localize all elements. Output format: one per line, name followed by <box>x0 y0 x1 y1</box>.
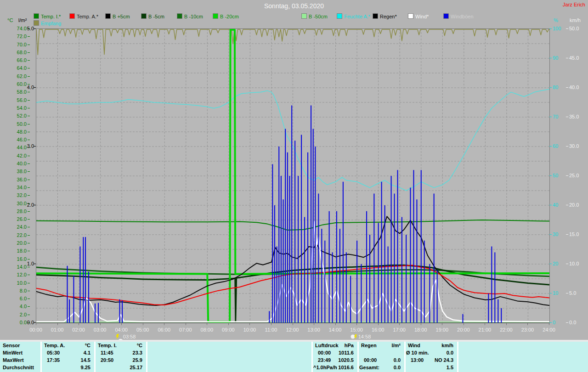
temp-axis-label: 4.0 <box>11 304 27 309</box>
table-row-label: Sensor <box>3 343 20 348</box>
temp-axis-label: 40.0 <box>11 161 27 166</box>
time-label: 22:00 <box>496 327 516 333</box>
table-cell-value: 1016.6 <box>311 365 354 370</box>
time-label: 14:00 <box>325 327 345 333</box>
time-label: 11:00 <box>261 327 281 333</box>
legend-item-label: Empfang <box>41 21 61 26</box>
chart-canvas <box>36 29 549 323</box>
time-tick <box>399 323 400 325</box>
wind-axis-label: 15.0 <box>569 232 583 237</box>
page-title: Sonntag, 03.05.2020 <box>0 2 588 10</box>
time-label: 13:00 <box>304 327 324 333</box>
rain-axis-label: 2.0 <box>20 203 34 208</box>
plot-area <box>36 28 550 323</box>
legend-item-label: B -5cm <box>148 14 164 19</box>
rain-axis-tick <box>34 87 36 88</box>
time-tick <box>228 323 229 325</box>
table-cell-value: 14.5 <box>40 357 90 363</box>
time-tick <box>100 323 101 325</box>
table-cell-value: 1020.5 <box>311 357 354 363</box>
temp-axis-label: 54.0 <box>11 106 27 111</box>
temp-axis-label: 2.0 <box>11 312 27 317</box>
table-section-unit: hPa <box>311 343 354 348</box>
rain-axis-label: 1.0 <box>20 261 34 266</box>
time-tick <box>186 323 186 325</box>
time-label: 10:00 <box>239 327 260 333</box>
rain-axis-tick <box>34 264 36 264</box>
table-cell-value: 4.1 <box>40 350 90 355</box>
wind-axis-tick <box>566 264 568 264</box>
temp-axis-label: 34.0 <box>11 185 27 190</box>
table-section-unit: km/h <box>404 343 453 348</box>
sunset-marker-time: 14:58 <box>358 334 371 339</box>
temp-axis-label: 26.0 <box>11 217 27 222</box>
temp-axis-label: 68.0 <box>11 50 27 55</box>
temp-axis-label: 6.0 <box>11 296 27 301</box>
legend-swatch-icon <box>69 13 75 19</box>
time-tick <box>314 323 314 325</box>
legend-item-regen-: Regen* <box>373 13 397 19</box>
wind-axis-label: 35.0 <box>569 114 583 119</box>
table-section-unit: °C <box>40 343 90 348</box>
humidity-axis-tick <box>549 234 552 235</box>
rain-axis-tick <box>34 28 36 29</box>
table-cell-value: 0.0 <box>357 357 401 363</box>
temp-axis-label: 66.0 <box>11 58 27 63</box>
temp-axis-tick <box>28 171 30 172</box>
time-label: 15:00 <box>346 327 367 333</box>
temp-axis-tick <box>28 45 30 45</box>
temp-axis-label: 72.0 <box>11 34 27 39</box>
humidity-axis-label: 20 <box>553 261 565 266</box>
humidity-axis-tick <box>549 322 552 323</box>
table-cell-value: 1011.6 <box>311 350 354 355</box>
table-cell-value: 23.3 <box>94 350 142 355</box>
time-tick <box>143 323 143 325</box>
humidity-axis-label: 100 <box>553 26 565 31</box>
time-tick <box>57 323 58 325</box>
temp-axis-tick <box>28 251 30 251</box>
temp-axis-tick <box>28 52 30 53</box>
wind-axis-label: 10.0 <box>569 261 583 266</box>
legend-item-label: Feuchte A.* <box>344 14 370 19</box>
time-tick <box>36 323 36 325</box>
temp-axis-label: 42.0 <box>11 153 27 158</box>
humidity-axis-tick <box>549 293 552 293</box>
humidity-axis-label: 30 <box>553 232 565 237</box>
legend-swatch-icon <box>213 13 218 19</box>
temp-axis-tick <box>28 140 30 140</box>
right-axis-wind-unit: km/h <box>570 17 581 23</box>
time-label: 20:00 <box>453 327 474 333</box>
humidity-axis-tick <box>549 264 552 264</box>
wind-axis-tick <box>566 175 568 176</box>
legend-item-label: B -20cm <box>220 14 239 19</box>
humidity-axis-tick <box>549 28 552 29</box>
temp-axis-tick <box>28 299 30 299</box>
temp-axis-tick <box>28 195 30 196</box>
wind-axis-label: 40.0 <box>569 85 583 90</box>
temp-axis-label: 24.0 <box>11 225 27 230</box>
summary-table: SensorMinWertMaxWertDurchschnittTemp. A.… <box>0 342 588 372</box>
temp-axis-tick <box>28 187 30 188</box>
legend-swatch-icon <box>443 13 449 19</box>
wind-axis-tick <box>566 146 568 147</box>
temp-axis-label: 32.0 <box>11 193 27 198</box>
humidity-axis-tick <box>549 205 552 205</box>
humidity-axis-label: 10 <box>553 291 565 296</box>
temp-axis-label: 10.0 <box>11 281 27 286</box>
table-section-unit: l/m² <box>357 343 401 348</box>
temp-axis-tick <box>28 124 30 124</box>
humidity-axis-label: 40 <box>553 203 565 208</box>
table-cell-value: 9.25 <box>40 365 90 370</box>
table-cell-value: 0.0 <box>357 365 401 370</box>
temp-axis-tick <box>28 92 30 92</box>
temp-axis-tick <box>28 267 30 267</box>
humidity-axis-tick <box>549 87 552 88</box>
legend-swatch-icon <box>301 13 307 19</box>
temp-axis-label: 18.0 <box>11 248 27 254</box>
time-label: 23:00 <box>517 327 537 333</box>
weather-station-window: Sonntag, 03.05.2020 Jarz Erich Temp. I.*… <box>0 0 588 372</box>
temp-axis-label: 46.0 <box>11 137 27 142</box>
sunrise-marker-icon <box>115 333 123 339</box>
time-label: 24:00 <box>539 327 559 333</box>
rain-axis-label: 5.0 <box>20 26 34 31</box>
